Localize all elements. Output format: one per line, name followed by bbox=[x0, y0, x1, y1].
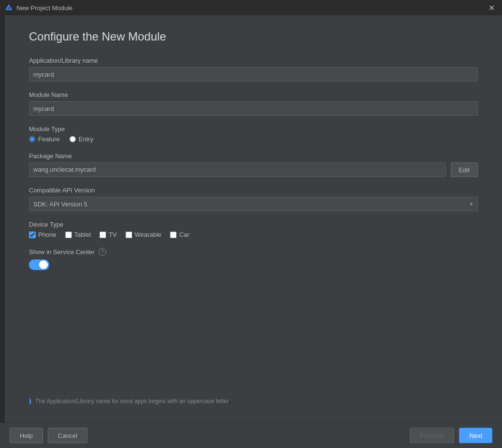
device-type-label: Device Type bbox=[29, 221, 478, 228]
dialog: Configure the New Module Application/Lib… bbox=[0, 15, 502, 448]
dialog-title: New Project Module bbox=[16, 4, 72, 12]
radio-entry-label: Entry bbox=[79, 136, 93, 143]
spacer bbox=[29, 280, 478, 392]
info-bar: ℹ The Application/Library name for most … bbox=[29, 392, 478, 413]
checkbox-wearable[interactable]: Wearable bbox=[126, 231, 161, 238]
api-version-group: Compatible API Version SDK: API Version … bbox=[29, 187, 478, 211]
api-version-label: Compatible API Version bbox=[29, 187, 478, 194]
service-center-label: Show in Service Center bbox=[29, 248, 95, 256]
cancel-button[interactable]: Cancel bbox=[48, 428, 87, 443]
service-center-label-row: Show in Service Center ? bbox=[29, 248, 478, 256]
package-name-value: wang.unclecat.mycard bbox=[29, 163, 446, 177]
module-name-input[interactable] bbox=[29, 101, 478, 116]
checkbox-wearable-label: Wearable bbox=[135, 231, 161, 238]
app-library-name-label: Application/Library name bbox=[29, 57, 478, 64]
checkbox-phone-input[interactable] bbox=[29, 231, 36, 238]
checkbox-tv[interactable]: TV bbox=[99, 231, 117, 238]
app-library-name-group: Application/Library name bbox=[29, 57, 478, 81]
bottom-left-buttons: Help Cancel bbox=[10, 428, 87, 443]
checkbox-car-label: Car bbox=[179, 231, 189, 238]
bottom-right-buttons: Previous Next bbox=[410, 428, 492, 443]
edit-package-button[interactable]: Edit bbox=[451, 163, 478, 177]
app-icon bbox=[5, 4, 13, 12]
checkbox-car-input[interactable] bbox=[170, 231, 177, 238]
info-message: The Application/Library name for most ap… bbox=[35, 398, 229, 405]
service-center-group: Show in Service Center ? bbox=[29, 248, 478, 270]
radio-feature-input[interactable] bbox=[29, 136, 35, 142]
checkbox-phone-label: Phone bbox=[38, 231, 56, 238]
radio-entry-input[interactable] bbox=[70, 136, 76, 142]
radio-feature-label: Feature bbox=[38, 136, 60, 143]
checkbox-tablet[interactable]: Tablet bbox=[65, 231, 91, 238]
page-title: Configure the New Module bbox=[29, 30, 478, 43]
package-name-label: Package Name bbox=[29, 152, 478, 160]
main-content: Configure the New Module Application/Lib… bbox=[5, 15, 502, 422]
app-library-name-input[interactable] bbox=[29, 67, 478, 81]
module-name-label: Module Name bbox=[29, 91, 478, 98]
api-version-select[interactable]: SDK: API Version 5 SDK: API Version 4 SD… bbox=[29, 197, 478, 211]
help-button[interactable]: Help bbox=[10, 428, 43, 443]
previous-button: Previous bbox=[410, 428, 455, 443]
toggle-slider bbox=[29, 259, 49, 270]
package-name-row: wang.unclecat.mycard Edit bbox=[29, 163, 478, 177]
sidebar-strip bbox=[0, 15, 5, 422]
checkbox-phone[interactable]: Phone bbox=[29, 231, 56, 238]
checkbox-tablet-input[interactable] bbox=[65, 231, 72, 238]
next-button[interactable]: Next bbox=[459, 428, 492, 443]
module-name-group: Module Name bbox=[29, 91, 478, 116]
device-type-group: Device Type Phone Tablet TV bbox=[29, 221, 478, 238]
api-version-select-wrapper: SDK: API Version 5 SDK: API Version 4 SD… bbox=[29, 197, 478, 211]
radio-feature[interactable]: Feature bbox=[29, 136, 60, 143]
package-name-group: Package Name wang.unclecat.mycard Edit bbox=[29, 152, 478, 177]
radio-entry[interactable]: Entry bbox=[70, 136, 93, 143]
bottom-bar: Help Cancel Previous Next bbox=[0, 422, 502, 448]
module-type-radio-group: Feature Entry bbox=[29, 136, 478, 143]
close-button[interactable]: ✕ bbox=[486, 2, 497, 14]
info-icon: ℹ bbox=[29, 397, 31, 405]
checkbox-tv-label: TV bbox=[109, 231, 117, 238]
module-type-group: Module Type Feature Entry bbox=[29, 125, 478, 143]
module-type-label: Module Type bbox=[29, 125, 478, 133]
help-icon[interactable]: ? bbox=[98, 248, 106, 256]
service-center-toggle[interactable] bbox=[29, 259, 49, 270]
checkbox-wearable-input[interactable] bbox=[126, 231, 132, 238]
checkbox-tablet-label: Tablet bbox=[74, 231, 91, 238]
checkbox-tv-input[interactable] bbox=[99, 231, 106, 238]
device-type-checkbox-group: Phone Tablet TV Wearable bbox=[29, 231, 478, 238]
title-bar: New Project Module ✕ bbox=[0, 0, 502, 15]
checkbox-car[interactable]: Car bbox=[170, 231, 189, 238]
